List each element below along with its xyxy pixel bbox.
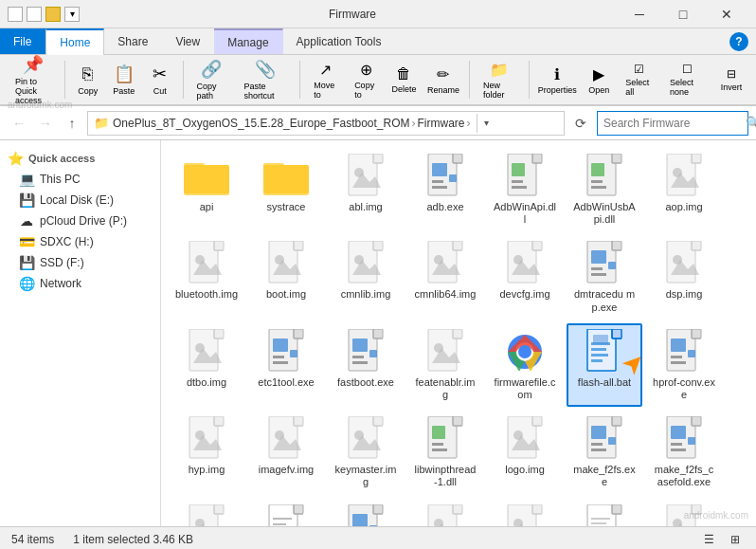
status-bar: 54 items 1 item selected 3.46 KB ☰ ⊞	[0, 526, 756, 549]
new-folder-btn[interactable]: 📁 New folder	[476, 57, 523, 103]
file-name: adb.exe	[426, 201, 463, 213]
list-item[interactable]: boot.img	[248, 235, 324, 319]
file-name: aop.img	[665, 201, 702, 213]
tiles-view-button[interactable]: ⊞	[726, 530, 745, 549]
minimize-button[interactable]: ─	[618, 0, 661, 28]
list-item[interactable]: multiimgoem.img	[487, 499, 563, 527]
list-item[interactable]: mke2fs.exe	[328, 499, 404, 527]
copy-btn[interactable]: ⎘ Copy	[71, 61, 105, 100]
svg-rect-2	[184, 165, 229, 193]
sidebar-item-sdxc[interactable]: 💳 SDXC (H:)	[0, 231, 160, 252]
ribbon-sep-4	[469, 61, 470, 99]
file-name: abl.img	[349, 201, 382, 213]
list-item[interactable]: modem.img	[407, 499, 483, 527]
list-item[interactable]: devcfg.img	[487, 235, 563, 319]
back-button[interactable]: ←	[8, 112, 30, 135]
help-button[interactable]: ?	[729, 32, 748, 51]
list-item[interactable]: ➤flash-all.bat	[567, 323, 642, 407]
forward-button[interactable]: →	[34, 112, 57, 135]
open-btn[interactable]: ▶ Open	[582, 62, 616, 99]
file-icon	[502, 416, 548, 462]
list-item[interactable]: imagefv.img	[248, 411, 324, 494]
list-item[interactable]: cmnlib64.img	[407, 235, 483, 319]
list-item[interactable]: dmtracedu mp.exe	[567, 235, 642, 319]
list-item[interactable]: libwinpthread-1.dll	[407, 411, 483, 494]
move-to-btn[interactable]: ↗ Move to	[306, 57, 345, 103]
list-item[interactable]: odm.img	[646, 499, 722, 527]
maximize-button[interactable]: □	[661, 0, 705, 28]
sidebar-item-network[interactable]: 🌐 Network	[0, 273, 160, 294]
paste-shortcut-btn[interactable]: 📎 Paste shortcut	[236, 55, 294, 104]
list-item[interactable]: mke2fs.conf	[248, 499, 324, 527]
list-item[interactable]: AdbWinApi.dll	[487, 148, 563, 231]
list-item[interactable]: hyp.img	[169, 411, 244, 494]
tab-share[interactable]: Share	[104, 28, 162, 54]
list-item[interactable]: api	[169, 148, 244, 231]
file-name: devcfg.img	[499, 288, 549, 301]
svg-rect-123	[593, 335, 608, 344]
svg-rect-131	[671, 361, 686, 364]
up-button[interactable]: ↑	[61, 112, 83, 135]
list-item[interactable]: adb.exe	[407, 148, 483, 231]
rename-btn[interactable]: ✏ Rename	[423, 62, 464, 99]
svg-rect-91	[294, 329, 303, 339]
list-item[interactable]: abl.img	[328, 148, 404, 231]
refresh-button[interactable]: ⟳	[568, 111, 593, 136]
file-icon	[502, 504, 548, 527]
svg-rect-97	[273, 361, 288, 364]
copy-to-btn[interactable]: ⊕ Copy to	[347, 57, 385, 103]
file-icon	[661, 241, 707, 286]
search-box[interactable]: 🔍	[597, 111, 748, 136]
list-item[interactable]: mdm_oem_stanvbk.img	[169, 499, 244, 527]
list-item[interactable]: firmwarefile.com	[487, 323, 563, 407]
tab-manage[interactable]: Manage	[214, 28, 282, 54]
address-path[interactable]: 📁 OnePlus_8T_OxygenOS_15.E.28_Europe_Fas…	[87, 111, 565, 136]
sidebar-item-ssd[interactable]: 💾 SSD (F:)	[0, 252, 160, 273]
window-controls[interactable]: ─ □ ✕	[618, 0, 748, 28]
path-dropdown[interactable]: ▾	[477, 114, 495, 133]
list-item[interactable]: make_f2fs_casefold.exe	[646, 411, 722, 494]
select-none-btn[interactable]: ☐ Select none	[662, 59, 712, 101]
title-icon-4: ▾	[64, 7, 80, 22]
properties-btn[interactable]: ℹ Properties	[534, 62, 580, 99]
list-item[interactable]: featenablr.img	[407, 323, 483, 407]
file-icon	[423, 241, 468, 286]
tab-view[interactable]: View	[162, 28, 214, 54]
svg-rect-116	[612, 329, 621, 339]
paste-btn[interactable]: 📋 Paste	[107, 60, 141, 100]
list-item[interactable]: make_f2fs.exe	[567, 411, 642, 494]
delete-btn[interactable]: 🗑 Delete	[387, 62, 421, 98]
list-item[interactable]: cmnlib.img	[328, 235, 404, 319]
title-bar: ▾ Firmware ─ □ ✕	[0, 0, 756, 28]
list-item[interactable]: hprof-conv.exe	[646, 323, 722, 407]
select-all-btn[interactable]: ☑ Select all	[618, 59, 660, 101]
list-item[interactable]: keymaster.img	[328, 411, 404, 494]
list-item[interactable]: NOTICE.txt	[567, 499, 642, 527]
list-item[interactable]: systrace	[248, 148, 324, 231]
list-item[interactable]: fastboot.exe	[328, 323, 404, 407]
close-button[interactable]: ✕	[705, 0, 748, 28]
svg-rect-76	[591, 267, 603, 270]
details-view-button[interactable]: ☰	[699, 530, 718, 549]
tab-application-tools[interactable]: Application Tools	[283, 28, 396, 54]
file-icon	[423, 504, 468, 527]
list-item[interactable]: AdbWinUsbApi.dll	[567, 148, 642, 231]
list-item[interactable]: etc1tool.exe	[248, 323, 324, 407]
list-item[interactable]: logo.img	[487, 411, 563, 494]
invert-btn[interactable]: ⊟ Invert	[714, 64, 748, 96]
list-item[interactable]: bluetooth.img	[169, 235, 244, 319]
svg-rect-16	[432, 163, 447, 176]
list-item[interactable]: aop.img	[646, 148, 722, 231]
svg-rect-18	[432, 180, 443, 183]
sidebar-item-local-disk[interactable]: 💾 Local Disk (E:)	[0, 190, 160, 210]
svg-rect-169	[591, 443, 603, 446]
list-item[interactable]: dtbo.img	[169, 323, 244, 407]
copy-path-btn[interactable]: 🔗 Copy path	[189, 55, 234, 104]
sidebar-item-this-pc[interactable]: 💻 This PC	[0, 169, 160, 190]
search-input[interactable]	[603, 117, 746, 130]
svg-rect-24	[512, 163, 525, 176]
list-item[interactable]: dsp.img	[646, 235, 722, 319]
pin-quick-access-btn[interactable]: 📌 Pin to Quickaccess	[8, 50, 59, 109]
cut-btn[interactable]: ✂ Cut	[143, 60, 177, 100]
sidebar-item-pcloud[interactable]: ☁ pCloud Drive (P:)	[0, 210, 160, 231]
